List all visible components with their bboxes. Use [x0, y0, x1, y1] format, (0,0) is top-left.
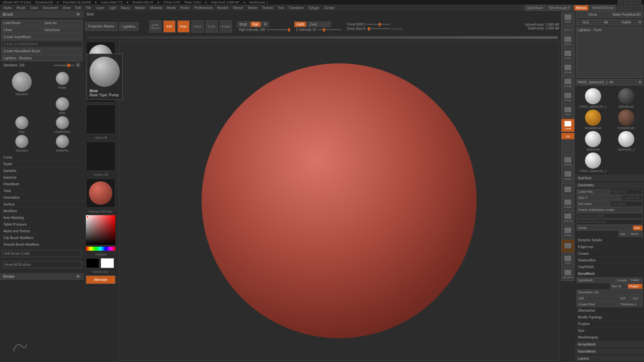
texture-preview[interactable] — [86, 141, 115, 171]
layers-header[interactable]: Layers — [575, 355, 644, 362]
brush-maskpen[interactable]: MaskPen — [43, 135, 82, 152]
create-insertmesh-button[interactable]: Create InsertMesh — [1, 34, 83, 40]
sdiv-slider[interactable]: SDiv 5 — [577, 195, 621, 200]
edgeloop-section[interactable]: EdgeLoop — [575, 244, 644, 250]
strip-spacer1[interactable] — [561, 140, 575, 147]
move-button[interactable]: Move — [192, 20, 204, 33]
tool-sphere3d1[interactable]: Sphere3D_1 — [610, 131, 642, 151]
zadd-button[interactable]: Zadd — [294, 21, 307, 27]
max-icon[interactable] — [624, 0, 629, 4]
defaultscript-button[interactable]: DefaultZScript — [590, 5, 616, 11]
m-button[interactable]: M — [262, 21, 269, 27]
rp-clone-button[interactable]: Clone — [576, 11, 609, 18]
project-button[interactable]: Project — [628, 284, 643, 289]
menu-draw[interactable]: Draw — [61, 5, 72, 10]
edit-brush-credit-input[interactable]: Edit Brush Credit — [2, 250, 82, 257]
divide-button[interactable]: Divide — [577, 225, 632, 231]
strip-local[interactable]: Local — [561, 119, 575, 132]
thickness-slider[interactable]: Thickness 4 — [619, 302, 643, 307]
strip-floor[interactable]: Floor — [561, 105, 575, 118]
tool-pm3d2[interactable]: PM3D_Sphere3D_1 — [577, 153, 609, 173]
lightbox-brushes-button[interactable]: Lightbox→Brushes — [1, 55, 83, 61]
rgb-button[interactable]: Rgb — [250, 21, 261, 27]
menu-preferences[interactable]: Preferences — [193, 5, 215, 10]
strip-actual[interactable]: Actual — [561, 62, 575, 76]
brush-blob[interactable]: Blob — [43, 97, 82, 115]
convertbpr-button[interactable]: Convert BPR To Geo — [577, 219, 643, 225]
strip-ghost[interactable] — [561, 239, 575, 253]
claypolish-section[interactable]: ClayPolish — [575, 264, 644, 270]
section-orientation[interactable]: Orientation — [0, 194, 84, 201]
load-brush-button[interactable]: Load Brush — [1, 20, 42, 26]
crease-section[interactable]: Crease — [575, 250, 644, 257]
section-surface[interactable]: Surface — [0, 201, 84, 208]
layout-icon-1[interactable] — [617, 6, 623, 10]
strip-frame[interactable]: Frame — [561, 155, 575, 168]
blur-slider[interactable]: Blur 20 — [610, 284, 627, 289]
min-icon[interactable] — [618, 0, 623, 4]
menu-file[interactable]: File — [84, 5, 93, 10]
menu-marker[interactable]: Marker — [133, 5, 147, 10]
scale-button[interactable]: Scale — [206, 20, 218, 33]
tool-pm3d[interactable]: PM3D_Sphere3D_1 — [577, 88, 609, 108]
mrgb-button[interactable]: Mrgb — [237, 21, 250, 27]
tool-alphabrush[interactable]: AlphaBrush — [610, 88, 642, 108]
strip-zoom[interactable]: Zoom — [561, 48, 575, 62]
menu-tool[interactable]: Tool — [276, 5, 286, 10]
brush-standard[interactable]: Standard — [2, 72, 41, 96]
lowerres-button[interactable]: Lower Res — [577, 189, 609, 194]
section-samples[interactable]: Samples — [0, 168, 84, 174]
strip-transp[interactable]: Transp — [561, 225, 575, 239]
dellower-button[interactable]: Del Lower — [577, 201, 609, 206]
dynamesh-section[interactable]: DynaMesh — [575, 270, 644, 277]
draw-button[interactable]: Draw — [177, 20, 190, 33]
tool-simplebrush[interactable]: SimpleBrush — [577, 110, 609, 130]
strip-spix[interactable]: SPix 3 — [561, 26, 575, 34]
menu-texture[interactable]: Texture — [260, 5, 275, 10]
strip-linefill[interactable]: Line Fill — [561, 211, 575, 225]
section-alphatexture[interactable]: Alpha and Texture — [0, 228, 84, 235]
zsub-button[interactable]: Zsub — [307, 21, 319, 27]
rp-lightbox-tools-button[interactable]: Lightbox→Tools — [576, 27, 643, 78]
menu-stencil[interactable]: Stencil — [231, 5, 245, 10]
tool-eraserbrush[interactable]: EraserBrush — [610, 110, 642, 130]
freezesub-button[interactable]: Freeze SubDivision Levels — [577, 207, 643, 213]
reuv-button[interactable]: ReUV — [629, 231, 643, 237]
edit-button[interactable]: Edit — [163, 20, 175, 33]
dynamic-label[interactable]: Dynamic — [391, 27, 403, 31]
strip-xyz[interactable]: Xyz — [561, 133, 575, 139]
section-twist[interactable]: Twist — [0, 188, 84, 194]
brush-clay[interactable]: Clay — [2, 116, 41, 133]
menu-macro[interactable]: Macro — [119, 5, 132, 10]
create-insertmulti-button[interactable]: Create InsertMultiMesh — [1, 41, 83, 47]
higherres-button[interactable]: Higher Res — [610, 189, 643, 194]
size-section[interactable]: Size — [575, 327, 644, 334]
close-icon[interactable] — [636, 0, 641, 4]
strip-dynamic[interactable]: Dynamic — [561, 267, 575, 281]
rotate-button[interactable]: Rotate — [220, 20, 232, 33]
menu-transform[interactable]: Transform — [286, 5, 306, 10]
and-button[interactable]: And — [631, 296, 643, 301]
menus-button[interactable]: Menus — [574, 5, 589, 11]
section-depth[interactable]: Depth — [0, 161, 84, 168]
quicksave-button[interactable]: QuickSave — [524, 5, 545, 11]
layout-icon-3[interactable] — [631, 6, 636, 10]
strip-rotate[interactable]: Rotate — [561, 197, 575, 210]
alpha-preview[interactable] — [86, 105, 115, 134]
clone-button[interactable]: Clone — [1, 27, 42, 33]
section-tabletpressure[interactable]: Tablet Pressure — [0, 221, 84, 228]
rp-r2-button[interactable]: R — [637, 79, 643, 85]
menu-color[interactable]: Color — [28, 5, 40, 10]
menu-render[interactable]: Render — [215, 5, 230, 10]
stroke-panel-header[interactable]: Stroke ⟳ — [0, 273, 84, 281]
arraymesh-header[interactable]: ArrayMesh — [575, 341, 644, 348]
menu-material[interactable]: Material — [148, 5, 164, 10]
zintensity-slider[interactable] — [318, 29, 341, 30]
section-modifiers[interactable]: Modifiers — [0, 208, 84, 215]
zcut-button[interactable]: Zcut — [320, 21, 331, 27]
rgb-intensity-slider[interactable] — [267, 29, 290, 30]
polish-button[interactable]: Polish — [629, 278, 643, 283]
swatch-black[interactable] — [86, 258, 99, 268]
menu-stroke[interactable]: Stroke — [246, 5, 259, 10]
rp-visible-button[interactable]: Visible — [616, 19, 636, 25]
